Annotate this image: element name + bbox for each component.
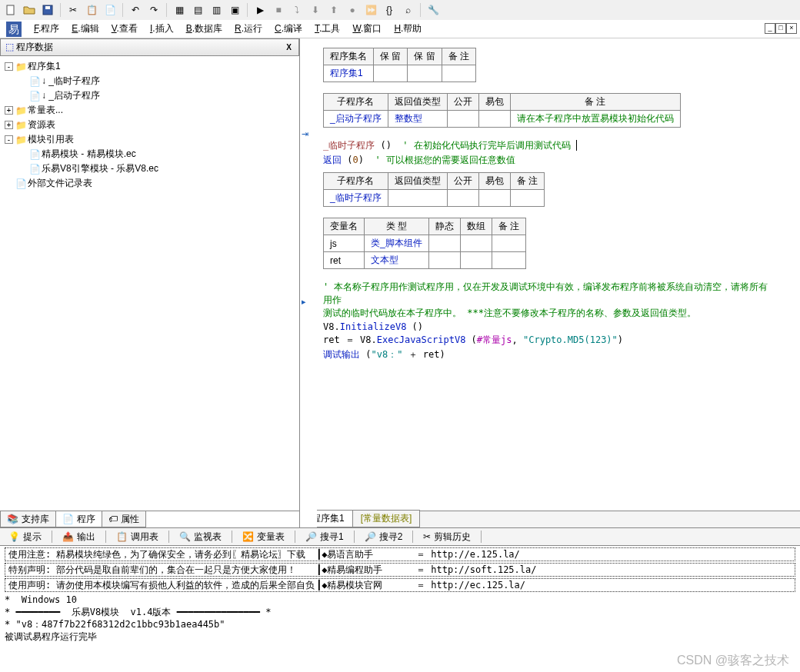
open-icon[interactable]	[22, 2, 37, 18]
tree-node-icon: 📄	[29, 149, 40, 160]
tab-icon: 📤	[62, 531, 74, 542]
menu-v[interactable]: V.查看	[105, 22, 144, 35]
panel-close-button[interactable]: X	[284, 43, 294, 52]
tree-expand-icon[interactable]: -	[5, 62, 13, 71]
paste-icon[interactable]: 📄	[102, 2, 118, 18]
code-editor[interactable]: ⇥ ▸ 程序集名保 留保 留备 注程序集1 子程序名返回值类型公开易包备 注_启…	[300, 38, 800, 511]
table-row[interactable]: js类_脚本组件	[324, 235, 526, 252]
table-row[interactable]: ret文本型	[324, 252, 526, 269]
editor-gutter: ⇥ ▸	[300, 38, 317, 511]
editor-tabs: 程序集1[常量数据表]	[300, 511, 800, 527]
new-icon[interactable]	[3, 2, 18, 18]
close-button[interactable]: ×	[786, 23, 797, 34]
output-panel[interactable]: 使用注意: 精易模块纯绿色，为了确保安全，请务必到〖精易论坛〗下载┃◆易语言助手…	[0, 546, 800, 652]
output-row: 使用声明: 请勿使用本模块编写有损他人利益的软件，造成的后果全部自负┃◆精易模块…	[5, 578, 795, 592]
svg-rect-0	[7, 5, 14, 15]
left-tab[interactable]: 🏷属性	[102, 511, 146, 527]
run-icon[interactable]: ▶	[252, 2, 268, 18]
tab-icon: 🔀	[242, 531, 254, 542]
tree-expand-icon[interactable]: -	[5, 135, 13, 144]
bottom-tab[interactable]: 🔍监视表	[174, 528, 227, 546]
left-tabs: 📚支持库📄程序🏷属性	[0, 511, 299, 527]
tree-node-icon: 📁	[15, 62, 26, 72]
step-over-icon[interactable]: ⤵	[289, 2, 305, 18]
gutter-arrow-icon: ▸	[302, 297, 306, 307]
table-programset[interactable]: 程序集名保 留保 留备 注程序集1	[323, 48, 476, 82]
breakpoint-icon[interactable]: ●	[345, 2, 360, 18]
cut-icon[interactable]: ✂	[65, 2, 81, 18]
table-row[interactable]: _临时子程序	[324, 190, 545, 207]
tree-node-icon: 📁	[15, 120, 26, 131]
panel-title-bar[interactable]: ⬚ 程序数据 X	[0, 38, 299, 56]
tree-item[interactable]: 📄外部文件记录表	[2, 176, 298, 191]
tab-icon: 🔎	[305, 531, 317, 542]
split-v-icon[interactable]: ▣	[227, 2, 242, 18]
menu-e[interactable]: E.编辑	[65, 22, 105, 35]
copy-icon[interactable]: 📋	[84, 2, 99, 18]
menu-t[interactable]: T.工具	[308, 22, 346, 35]
tree-expand-icon[interactable]: +	[5, 121, 13, 129]
stop-icon[interactable]: ■	[271, 2, 286, 18]
tree-expand-icon[interactable]: +	[5, 106, 13, 115]
bottom-tab[interactable]: 🔎搜寻1	[300, 528, 349, 546]
tree-item[interactable]: -📁程序集1	[2, 59, 298, 74]
bottom-tab[interactable]: 📤输出	[57, 528, 101, 546]
find-icon[interactable]: ⌕	[400, 2, 415, 18]
continue-icon[interactable]: ⏩	[363, 2, 378, 18]
bottom-tab[interactable]: 📋调用表	[111, 528, 164, 546]
project-tree[interactable]: -📁程序集1📄↓ _临时子程序📄↓ _启动子程序+📁常量表...+📁资源表-📁模…	[0, 56, 299, 511]
table-locals[interactable]: 变量名类 型静态数组备 注js类_脚本组件ret文本型	[323, 218, 526, 269]
tree-item[interactable]: 📄↓ _启动子程序	[2, 88, 298, 103]
cascade-icon[interactable]: ▤	[190, 2, 205, 18]
main-toolbar: ✂ 📋 📄 ↶ ↷ ▦ ▤ ▥ ▣ ▶ ■ ⤵ ⬇ ⬆ ● ⏩ {} ⌕ 🔧	[0, 0, 800, 20]
minimize-button[interactable]: _	[765, 23, 775, 34]
menu-b[interactable]: B.数据库	[180, 22, 228, 35]
tree-item[interactable]: +📁常量表...	[2, 103, 298, 118]
bottom-tab[interactable]: 🔀变量表	[237, 528, 290, 546]
panel-title: ⬚ 程序数据	[5, 41, 53, 54]
table-sub-temp[interactable]: 子程序名返回值类型公开易包备 注_临时子程序	[323, 172, 545, 207]
comment-block: ' 本名称子程序用作测试程序用，仅在开发及调试环境中有效，编译发布程序前将被系统…	[323, 280, 769, 321]
bottom-tab[interactable]: 🔎搜寻2	[359, 528, 408, 546]
gutter-arrow-icon: ⇥	[302, 129, 308, 139]
braces-icon[interactable]: {}	[382, 2, 397, 18]
redo-icon[interactable]: ↷	[146, 2, 162, 18]
tree-item[interactable]: 📄↓ _临时子程序	[2, 74, 298, 88]
tree-item[interactable]: -📁模块引用表	[2, 132, 298, 147]
bottom-tab[interactable]: ✂剪辑历史	[418, 528, 476, 546]
table-row[interactable]: _启动子程序整数型请在本子程序中放置易模块初始化代码	[324, 111, 681, 128]
split-h-icon[interactable]: ▥	[208, 2, 224, 18]
watermark: CSDN @骇客之技术	[677, 653, 789, 669]
undo-icon[interactable]: ↶	[128, 2, 143, 18]
tile-icon[interactable]: ▦	[172, 2, 187, 18]
tab-icon: 📋	[116, 531, 128, 542]
tool-icon[interactable]: 🔧	[425, 2, 441, 18]
menu-r[interactable]: R.运行	[228, 22, 268, 35]
tab-icon: ✂	[423, 531, 431, 542]
menu-i[interactable]: I.插入	[144, 22, 180, 35]
tree-item[interactable]: 📄精易模块 - 精易模块.ec	[2, 147, 298, 161]
maximize-button[interactable]: □	[775, 23, 786, 34]
bottom-tab[interactable]: 💡提示	[3, 528, 47, 546]
tree-item[interactable]: 📄乐易V8引擎模块 - 乐易V8.ec	[2, 161, 298, 176]
table-row[interactable]: 程序集1	[324, 65, 476, 82]
left-tab[interactable]: 📚支持库	[0, 511, 56, 527]
tab-icon: 💡	[8, 531, 20, 542]
step-out-icon[interactable]: ⬆	[326, 2, 342, 18]
menu-h[interactable]: H.帮助	[388, 22, 428, 35]
tree-item[interactable]: +📁资源表	[2, 118, 298, 132]
tree-node-icon: 📁	[15, 105, 26, 116]
menu-w[interactable]: W.窗口	[346, 22, 388, 35]
step-into-icon[interactable]: ⬇	[308, 2, 323, 18]
tree-node-icon: 📄	[29, 76, 40, 87]
menu-c[interactable]: C.编译	[268, 22, 308, 35]
table-sub-start[interactable]: 子程序名返回值类型公开易包备 注_启动子程序整数型请在本子程序中放置易模块初始化…	[323, 93, 681, 128]
menu-f[interactable]: F.程序	[28, 22, 65, 35]
tree-node-icon: 📄	[29, 91, 40, 101]
left-panel: ⬚ 程序数据 X -📁程序集1📄↓ _临时子程序📄↓ _启动子程序+📁常量表..…	[0, 38, 300, 527]
save-icon[interactable]	[40, 2, 55, 18]
left-tab[interactable]: 📄程序	[55, 511, 102, 527]
app-logo-icon: 易	[6, 22, 22, 37]
editor-tab[interactable]: [常量数据表]	[352, 510, 421, 527]
svg-text:易: 易	[8, 24, 19, 35]
